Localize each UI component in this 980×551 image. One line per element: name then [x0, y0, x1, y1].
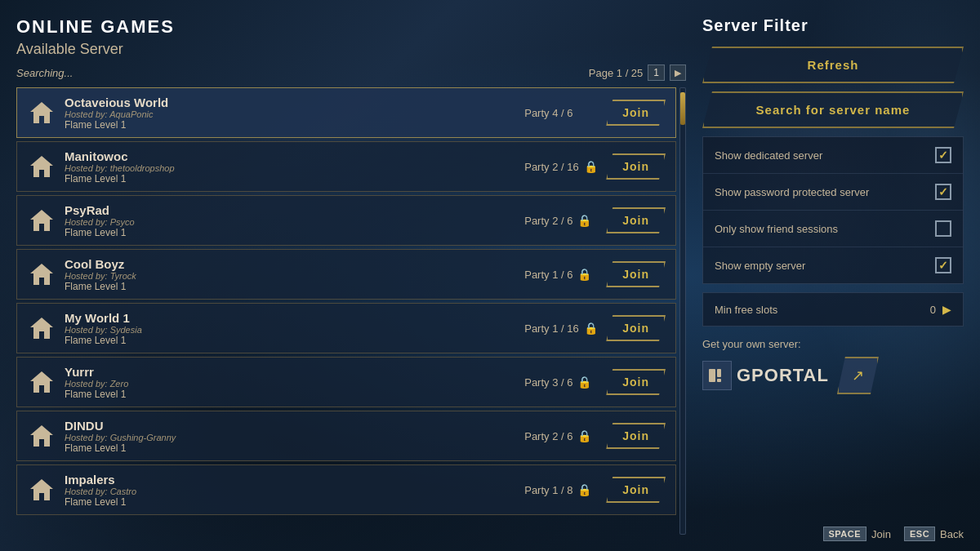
house-icon — [27, 313, 56, 343]
scrollbar-thumb[interactable] — [680, 92, 685, 125]
house-icon — [27, 475, 56, 504]
house-icon — [27, 98, 56, 127]
hint-item: SPACE Join — [823, 527, 891, 541]
left-panel: ONLINE GAMES Available Server Searching.… — [16, 16, 686, 535]
server-row[interactable]: Cool Boyz Hosted by: Tyrock Flame Level … — [16, 249, 676, 300]
svg-marker-0 — [30, 102, 53, 123]
lock-icon: 🔒 — [577, 214, 591, 227]
page-next-button[interactable]: ▶ — [670, 64, 686, 81]
server-party: Party 1 / 16 🔒 — [524, 322, 598, 335]
join-button[interactable]: Join — [606, 261, 666, 287]
scrollbar-track[interactable] — [679, 87, 686, 535]
server-row[interactable]: Octaveious World Hosted by: AquaPonic Fl… — [16, 87, 676, 138]
join-button[interactable]: Join — [606, 100, 666, 126]
filter-checkbox[interactable] — [935, 147, 951, 163]
join-button[interactable]: Join — [606, 207, 666, 233]
filter-option-row[interactable]: Only show friend sessions — [703, 211, 963, 247]
right-panel: Server Filter Refresh Search for server … — [702, 16, 964, 535]
lock-icon: 🔒 — [577, 375, 591, 389]
house-icon — [27, 152, 56, 181]
filter-option-row[interactable]: Show password protected server — [703, 174, 963, 211]
server-level: Flame Level 1 — [65, 173, 516, 184]
gportal-banner: GPORTAL ↗ — [702, 357, 964, 394]
gportal-section: Get your own server: GPORTAL ↗ — [702, 338, 964, 394]
lock-icon: 🔒 — [577, 268, 591, 281]
hint-label: Join — [871, 528, 891, 540]
server-name: Impalers — [65, 473, 516, 487]
party-count: Party 1 / 8 — [524, 484, 572, 496]
house-icon — [27, 260, 56, 289]
searching-text: Searching... — [16, 67, 73, 79]
party-count: Party 1 / 6 — [524, 269, 572, 281]
server-row[interactable]: Yurrr Hosted by: Zero Flame Level 1 Part… — [16, 357, 676, 407]
min-slots-value[interactable]: 0 ▶ — [930, 303, 951, 316]
gportal-logo: GPORTAL — [702, 361, 829, 390]
join-button[interactable]: Join — [606, 315, 666, 341]
server-name: Yurrr — [65, 365, 516, 379]
server-row[interactable]: Impalers Hosted by: Castro Flame Level 1… — [16, 464, 676, 515]
filter-checkbox[interactable] — [935, 257, 951, 273]
join-button[interactable]: Join — [606, 369, 666, 395]
filter-checkbox[interactable] — [935, 184, 951, 200]
page-label: Page 1 / 25 — [589, 67, 644, 79]
join-button[interactable]: Join — [606, 477, 666, 503]
server-row[interactable]: PsyRad Hosted by: Psyco Flame Level 1 Pa… — [16, 195, 676, 246]
server-host: Hosted by: AquaPonic — [65, 109, 516, 119]
external-link-icon: ↗ — [852, 367, 864, 384]
search-bar: Searching... Page 1 / 25 1 ▶ — [16, 64, 686, 81]
filter-option-label: Show dedicated server — [715, 149, 822, 162]
search-server-button[interactable]: Search for server name — [702, 91, 964, 128]
page-title: ONLINE GAMES — [16, 16, 686, 38]
filter-title: Server Filter — [702, 16, 964, 35]
filter-checkbox[interactable] — [935, 220, 951, 237]
server-row[interactable]: DINDU Hosted by: Gushing-Granny Flame Le… — [16, 411, 676, 461]
server-name: Manitowoc — [65, 149, 516, 163]
available-server-subtitle: Available Server — [16, 41, 686, 58]
server-info: Cool Boyz Hosted by: Tyrock Flame Level … — [65, 257, 516, 292]
server-host: Hosted by: Sydesia — [65, 325, 516, 335]
server-party: Party 4 / 6 — [524, 107, 598, 119]
svg-marker-7 — [30, 479, 53, 500]
server-party: Party 2 / 6 🔒 — [524, 429, 598, 442]
min-slots-arrow-icon[interactable]: ▶ — [942, 303, 951, 316]
svg-rect-10 — [717, 379, 721, 382]
server-list: Octaveious World Hosted by: AquaPonic Fl… — [16, 87, 676, 535]
server-name: DINDU — [65, 419, 516, 433]
svg-marker-6 — [30, 425, 53, 447]
lock-icon: 🔒 — [577, 429, 591, 442]
min-slots-row: Min free slots 0 ▶ — [702, 292, 964, 327]
svg-marker-2 — [30, 210, 53, 231]
bottom-hints: SPACE Join ESC Back — [823, 527, 964, 541]
party-count: Party 1 / 16 — [524, 322, 578, 335]
server-party: Party 3 / 6 🔒 — [524, 375, 598, 389]
svg-marker-4 — [30, 318, 53, 339]
svg-marker-3 — [30, 264, 53, 285]
lock-icon: 🔒 — [584, 160, 598, 173]
house-icon — [27, 421, 56, 451]
min-slots-label: Min free slots — [715, 304, 777, 316]
server-level: Flame Level 1 — [65, 281, 516, 292]
filter-option-label: Only show friend sessions — [715, 223, 838, 235]
server-level: Flame Level 1 — [65, 335, 516, 346]
server-row[interactable]: My World 1 Hosted by: Sydesia Flame Leve… — [16, 303, 676, 353]
server-row[interactable]: Manitowoc Hosted by: thetooldropshop Fla… — [16, 141, 676, 192]
hint-key: SPACE — [823, 527, 867, 541]
page-box[interactable]: 1 — [648, 64, 665, 81]
filter-options: Show dedicated server Show password prot… — [702, 136, 964, 284]
hint-key: ESC — [904, 527, 935, 541]
house-icon — [27, 206, 56, 235]
gportal-brand-icon — [702, 361, 732, 390]
server-info: Yurrr Hosted by: Zero Flame Level 1 — [65, 365, 516, 400]
filter-option-row[interactable]: Show empty server — [703, 247, 963, 283]
refresh-button[interactable]: Refresh — [702, 47, 964, 83]
server-host: Hosted by: thetooldropshop — [65, 163, 516, 173]
join-button[interactable]: Join — [606, 153, 666, 180]
party-count: Party 4 / 6 — [524, 107, 572, 119]
svg-marker-5 — [30, 371, 53, 393]
gportal-link-button[interactable]: ↗ — [837, 357, 879, 394]
join-button[interactable]: Join — [606, 423, 666, 449]
server-name: My World 1 — [65, 311, 516, 325]
filter-option-label: Show empty server — [715, 260, 805, 272]
server-info: Octaveious World Hosted by: AquaPonic Fl… — [65, 96, 516, 131]
filter-option-row[interactable]: Show dedicated server — [703, 137, 963, 174]
